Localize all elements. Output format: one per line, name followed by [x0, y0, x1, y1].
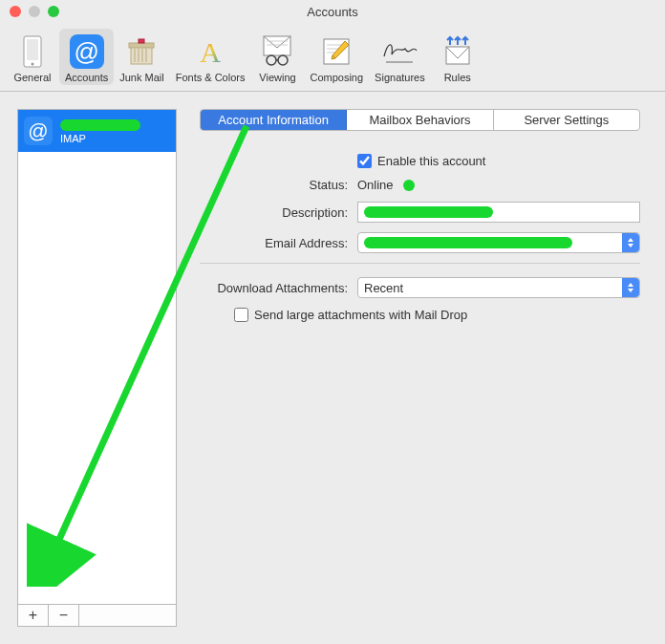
preferences-toolbar: General @ Accounts Junk Mail A Fonts & C…	[0, 23, 665, 92]
toolbar-fonts-colors[interactable]: A Fonts & Colors	[170, 29, 251, 85]
tab-server-settings[interactable]: Server Settings	[494, 110, 639, 130]
account-tabs: Account Information Mailbox Behaviors Se…	[200, 109, 640, 131]
svg-rect-3	[131, 47, 152, 64]
chevron-updown-icon	[622, 233, 639, 252]
enable-account-label: Enable this account	[377, 154, 485, 168]
toolbar-accounts[interactable]: @ Accounts	[59, 29, 114, 85]
description-field[interactable]	[357, 202, 640, 223]
svg-point-9	[278, 55, 288, 65]
toolbar-viewing[interactable]: Viewing	[250, 29, 304, 85]
viewing-icon	[258, 32, 296, 71]
account-name-redacted	[60, 119, 140, 131]
remove-account-button[interactable]: −	[49, 605, 79, 626]
toolbar-signatures[interactable]: Signatures	[369, 29, 431, 85]
rules-icon	[439, 32, 477, 71]
description-label: Description:	[200, 205, 357, 220]
enable-account-checkbox[interactable]	[357, 154, 372, 168]
download-attachments-value: Recent	[364, 281, 403, 295]
svg-rect-4	[129, 43, 154, 48]
general-icon	[13, 32, 52, 71]
svg-rect-5	[139, 39, 144, 43]
chevron-updown-icon	[622, 278, 639, 297]
toolbar-rules[interactable]: Rules	[431, 29, 484, 85]
at-sign-icon: @	[24, 117, 53, 145]
svg-rect-1	[27, 39, 38, 60]
status-indicator-icon	[403, 180, 415, 191]
toolbar-composing[interactable]: Composing	[304, 29, 369, 85]
fonts-icon: A	[191, 32, 229, 71]
signature-icon	[380, 32, 418, 71]
window-title: Accounts	[0, 5, 665, 19]
download-attachments-popup[interactable]: Recent	[357, 277, 640, 298]
divider	[200, 263, 640, 264]
add-account-button[interactable]: +	[18, 605, 49, 626]
mail-drop-checkbox[interactable]	[234, 308, 248, 322]
accounts-list[interactable]: @ IMAP	[17, 109, 177, 604]
tab-mailbox-behaviors[interactable]: Mailbox Behaviors	[347, 110, 493, 130]
toolbar-junk-mail[interactable]: Junk Mail	[114, 29, 169, 85]
minimize-window-button[interactable]	[29, 6, 40, 17]
status-value: Online	[357, 178, 394, 192]
trash-icon	[122, 32, 161, 71]
svg-rect-11	[446, 47, 469, 64]
zoom-window-button[interactable]	[48, 6, 59, 17]
svg-text:A: A	[200, 36, 221, 68]
description-value-redacted	[364, 206, 493, 218]
email-value-redacted	[364, 237, 572, 248]
tab-account-information[interactable]: Account Information	[201, 110, 347, 130]
close-window-button[interactable]	[10, 6, 21, 17]
account-type: IMAP	[60, 133, 140, 144]
composing-icon	[317, 32, 355, 71]
email-address-popup[interactable]	[357, 232, 640, 253]
toolbar-general[interactable]: General	[6, 29, 59, 85]
status-label: Status:	[200, 178, 357, 192]
account-row[interactable]: @ IMAP	[18, 110, 176, 152]
svg-point-2	[32, 63, 34, 66]
at-sign-icon: @	[68, 32, 106, 71]
mail-drop-label: Send large attachments with Mail Drop	[254, 308, 467, 322]
download-attachments-label: Download Attachments:	[200, 281, 357, 295]
svg-point-8	[267, 55, 276, 65]
email-address-label: Email Address:	[200, 236, 357, 250]
